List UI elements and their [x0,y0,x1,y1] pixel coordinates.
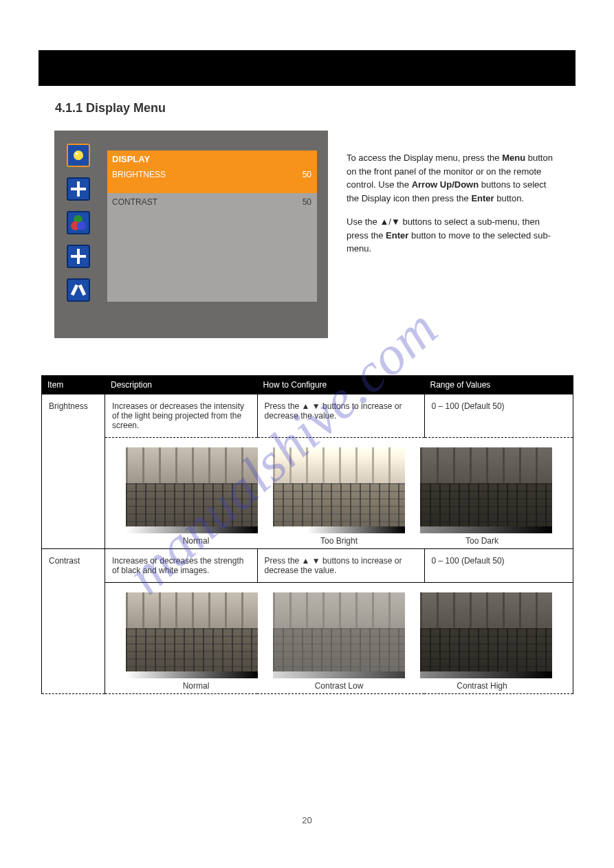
caption: Normal [130,681,262,691]
intro-text: To access the Display menu, press the Me… [347,151,560,266]
osd-display-menu: DISPLAY BRIGHTNESS 50 CONTRAST 50 [54,131,328,338]
desc-cell: Increases or decreases the strength of b… [105,549,258,583]
triangle-up-icon: ▲ [302,401,310,411]
triangle-down-icon: ▼ [312,401,320,411]
triangle-down-icon: ▼ [391,216,400,227]
item-cell: Brightness [42,394,105,549]
desc-cell: Increases or decreases the intensity of … [105,394,258,438]
section-title: 4.1.1 Display Menu [55,101,166,115]
howto-cell: Press the ▲ ▼ buttons to increase or dec… [257,549,424,583]
triangle-down-icon: ▼ [312,556,320,566]
caption: Normal [130,536,262,546]
header-bar [39,50,575,86]
position-icon [67,177,90,201]
sample-image-normal [126,447,258,533]
bulb-icon [67,144,90,167]
sample-image-dark [420,447,552,533]
position2-icon [67,245,90,268]
page-number: 20 [0,815,614,825]
caption: Contrast High [416,681,548,691]
caption: Too Bright [273,536,405,546]
th-item: Item [42,376,105,394]
color-icon [67,211,90,234]
osd-item-label: BRIGHTNESS [112,170,166,179]
osd-item-value: 50 [303,170,311,179]
triangle-up-icon: ▲ [380,216,388,227]
osd-item-value: 50 [303,197,311,207]
osd-item-label: CONTRAST [112,197,157,207]
triangle-up-icon: ▲ [302,556,310,566]
caption: Too Dark [416,536,548,546]
range-cell: 0 – 100 (Default 50) [424,394,573,438]
sample-image-low-contrast [273,592,405,678]
range-cell: 0 – 100 (Default 50) [424,549,573,583]
settings-table: Item Description How to Configure Range … [41,375,573,694]
howto-cell: Press the ▲ ▼ buttons to increase or dec… [257,394,424,438]
th-how: How to Configure [257,376,424,394]
sample-image-high-contrast [420,592,552,678]
sample-image-bright [273,447,405,533]
sample-image-normal [126,592,258,678]
item-cell: Contrast [42,549,105,694]
tools-icon [67,278,90,302]
osd-title: DISPLAY [112,154,150,164]
caption: Contrast Low [273,681,405,691]
th-desc: Description [105,376,258,394]
th-range: Range of Values [424,376,573,394]
